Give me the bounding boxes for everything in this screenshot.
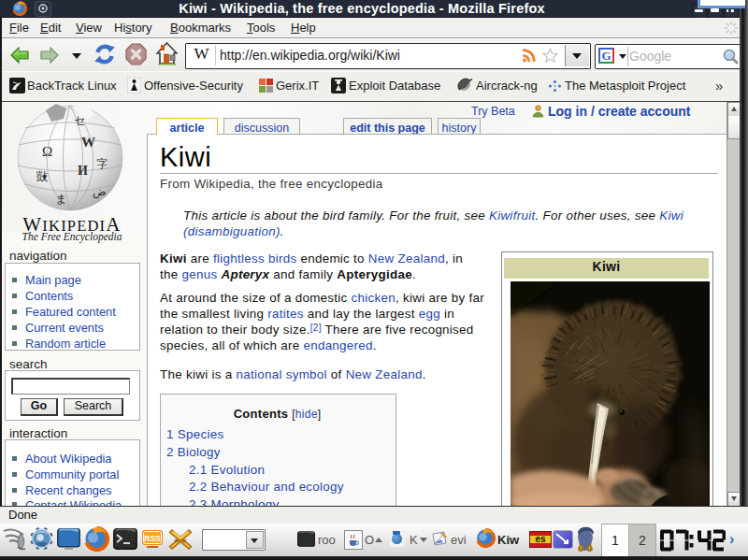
svg-text:И: И bbox=[78, 164, 88, 178]
svg-text:W: W bbox=[81, 135, 95, 150]
svg-text:Ω: Ω bbox=[42, 144, 52, 159]
svg-text:ض: ض bbox=[93, 185, 107, 199]
svg-text:error: error bbox=[175, 538, 188, 543]
svg-text:字: 字 bbox=[96, 157, 108, 170]
svg-text:RSS: RSS bbox=[144, 534, 161, 543]
svg-text:敱: 敱 bbox=[36, 169, 49, 183]
svg-text:ま: ま bbox=[55, 192, 67, 206]
svg-text:セ: セ bbox=[74, 114, 85, 127]
